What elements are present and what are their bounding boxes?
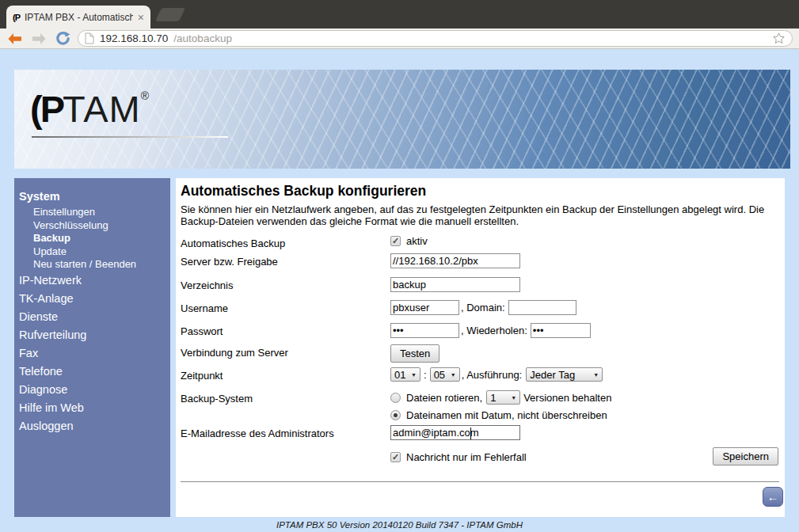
content-divider: [181, 481, 779, 482]
tab-close-icon[interactable]: ×: [138, 12, 144, 23]
tab-title: IPTAM PBX - Automatisch: [25, 12, 133, 23]
form-row-server: Server bzw. Freigabe: [176, 253, 785, 271]
footer-version-text: IPTAM PBX 50 Version 20140120 Build 7347…: [276, 520, 523, 530]
date-filenames-label: Dateinamen mit Datum, nicht überschreibe…: [406, 409, 607, 421]
text-cursor: [470, 428, 471, 439]
form-row-email: E-Mailadresse des Administrators: [176, 425, 785, 443]
username-label: Username: [181, 300, 228, 317]
favicon-iptam-icon: (P: [13, 13, 20, 22]
footer-bar: IPTAM PBX 50 Version 20140120 Build 7347…: [0, 517, 799, 532]
versions-select[interactable]: 1 ▼: [486, 390, 520, 405]
schedule-label: Zeitpunkt: [181, 367, 223, 384]
form-row-backup-system: Backup-System Dateien rotieren, 1 ▼ Vers…: [176, 390, 785, 408]
url-host: 192.168.10.70: [100, 32, 168, 44]
notify-checkbox-label: Nachricht nur im Fehlerfall: [406, 451, 527, 463]
sidebar-item-verschluesselung[interactable]: Verschlüsselung: [14, 219, 170, 233]
chevron-down-icon: ▼: [411, 372, 417, 378]
rotate-files-radio[interactable]: [390, 393, 401, 403]
server-input[interactable]: [390, 253, 520, 268]
directory-input[interactable]: [390, 277, 520, 292]
minute-select[interactable]: 05 ▼: [430, 367, 460, 382]
sidebar-item-dienste[interactable]: Dienste: [14, 308, 170, 326]
save-button[interactable]: Speichern: [713, 447, 778, 466]
back-navigation-button[interactable]: ←: [763, 487, 783, 507]
sidebar-item-telefone[interactable]: Telefone: [14, 363, 170, 381]
password-label: Passwort: [181, 323, 223, 340]
date-filenames-radio[interactable]: [390, 410, 401, 420]
password-repeat-label: , Wiederholen:: [461, 325, 527, 336]
directory-label: Verzeichnis: [181, 277, 233, 294]
password-input[interactable]: [390, 323, 459, 338]
reload-button[interactable]: [54, 31, 71, 47]
sidebar-item-einstellungen[interactable]: Einstellungen: [14, 206, 170, 219]
username-input[interactable]: [390, 300, 459, 315]
sidebar-item-ausloggen[interactable]: Ausloggen: [14, 417, 170, 435]
bookmark-star-icon[interactable]: [772, 32, 786, 45]
iptam-logo: (PTAM®: [30, 87, 149, 131]
sidebar-navigation: System Einstellungen Verschlüsselung Bac…: [14, 178, 170, 517]
auto-backup-checkbox[interactable]: ✓: [390, 236, 401, 246]
browser-tab[interactable]: (P IPTAM PBX - Automatisch ×: [6, 6, 150, 28]
form-row-connection-test: Verbindung zum Server Testen: [176, 344, 785, 362]
rotate-files-label: Dateien rotieren,: [406, 392, 482, 404]
versions-suffix-label: Versionen behalten: [523, 392, 611, 404]
page-document-icon: [85, 32, 94, 44]
form-row-password: Passwort , Wiederholen:: [176, 323, 785, 340]
form-row-backup-date-option: Dateinamen mit Datum, nicht überschreibe…: [176, 409, 785, 427]
chevron-down-icon: ▼: [451, 372, 456, 378]
server-label: Server bzw. Freigabe: [181, 253, 278, 270]
logo-tam-text: TAM: [63, 88, 141, 130]
back-arrow-icon: ←: [767, 490, 779, 504]
hour-select[interactable]: 01 ▼: [390, 367, 420, 382]
sidebar-item-update[interactable]: Update: [14, 245, 170, 259]
sidebar-item-ip-netzwerk[interactable]: IP-Netzwerk: [14, 272, 170, 290]
chevron-down-icon: ▼: [593, 372, 599, 378]
sidebar-item-backup-active[interactable]: Backup: [14, 232, 170, 245]
domain-label: , Domain:: [461, 302, 505, 314]
chevron-down-icon: ▼: [511, 395, 516, 401]
execution-select[interactable]: Jeder Tag ▼: [526, 367, 603, 382]
form-row-schedule: Zeitpunkt 01 ▼ : 05 ▼ , Ausführung: Jede…: [176, 367, 785, 385]
header-banner: (PTAM®: [14, 70, 790, 169]
sidebar-item-neu-starten[interactable]: Neu starten / Beenden: [14, 258, 170, 272]
browser-tab-bar: (P IPTAM PBX - Automatisch ×: [0, 0, 799, 28]
reload-icon: [55, 31, 70, 46]
form-row-username: Username , Domain:: [176, 300, 785, 317]
password-repeat-input[interactable]: [531, 323, 591, 338]
execution-label: , Ausführung:: [462, 369, 523, 381]
new-tab-button[interactable]: [155, 8, 185, 21]
browser-toolbar: 192.168.10.70/autobackup: [0, 28, 799, 49]
admin-email-input[interactable]: [390, 425, 520, 440]
sidebar-item-tk-anlage[interactable]: TK-Anlage: [14, 290, 170, 308]
connection-label: Verbindung zum Server: [181, 344, 288, 361]
domain-input[interactable]: [508, 300, 576, 315]
main-content: Automatisches Backup konfigurieren Sie k…: [176, 178, 785, 517]
forward-button[interactable]: [30, 31, 48, 47]
form-row-auto-backup: Automatisches Backup ✓ aktiv: [176, 235, 785, 253]
logo-ip-text: (P: [30, 88, 63, 130]
check-icon: ✓: [392, 453, 399, 462]
page-description: Sie können hier ein Netzlaufwerk angeben…: [181, 204, 776, 227]
page-title: Automatisches Backup konfigurieren: [181, 183, 426, 200]
time-separator: :: [424, 369, 427, 381]
backup-system-label: Backup-System: [181, 390, 253, 407]
back-button[interactable]: [6, 31, 24, 47]
back-arrow-icon: [7, 32, 23, 45]
notify-checkbox[interactable]: ✓: [390, 452, 401, 462]
url-bar[interactable]: 192.168.10.70/autobackup: [78, 30, 793, 47]
sidebar-item-fax[interactable]: Fax: [14, 344, 170, 363]
form-row-directory: Verzeichnis: [176, 277, 785, 294]
url-path: /autobackup: [173, 32, 232, 44]
auto-backup-checkbox-label: aktiv: [406, 235, 428, 247]
check-icon: ✓: [392, 237, 399, 245]
forward-arrow-icon: [31, 32, 47, 45]
logo-underline: [32, 136, 228, 138]
sidebar-item-rufverteilung[interactable]: Rufverteilung: [14, 326, 170, 344]
sidebar-item-system[interactable]: System: [14, 188, 170, 206]
sidebar-item-hilfe-im-web[interactable]: Hilfe im Web: [14, 399, 170, 417]
form-row-notify: ✓ Nachricht nur im Fehlerfall: [176, 451, 785, 469]
logo-registered-mark: ®: [141, 89, 149, 102]
test-connection-button[interactable]: Testen: [390, 344, 439, 363]
sidebar-item-diagnose[interactable]: Diagnose: [14, 381, 170, 399]
email-label: E-Mailadresse des Administrators: [181, 425, 334, 442]
